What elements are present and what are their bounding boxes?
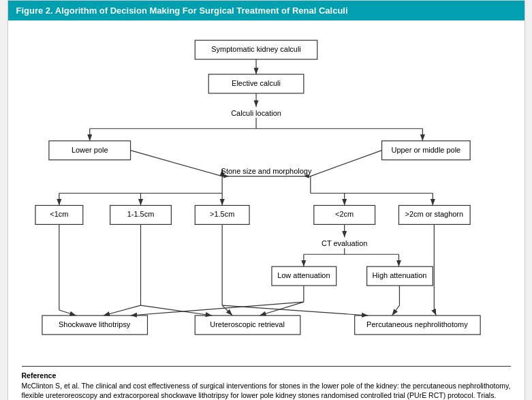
- label-calculi-loc: Calculi location: [231, 109, 281, 117]
- label-uretero: Ureteroscopic retrieval: [210, 320, 285, 328]
- label-lower-pole: Lower pole: [71, 146, 108, 154]
- label-shockwave: Shockwave lithotripsy: [59, 320, 131, 328]
- arr-high-percutaneous: [392, 305, 399, 316]
- label-upper-middle: Upper or middle pole: [391, 146, 460, 154]
- arr-gt15cm-percutaneous: [222, 305, 368, 316]
- label-low-atten: Low attenuation: [277, 271, 330, 279]
- label-gt2cm: >2cm or staghorn: [405, 210, 463, 218]
- label-gt15cm: >1.5cm: [210, 210, 234, 218]
- label-stone-size: Stone size and morphology: [221, 167, 311, 175]
- label-percutaneous: Percutaneous nephrolithotomy: [366, 320, 468, 328]
- figure-title: Figure 2. Algorithm of Decision Making F…: [8, 1, 525, 20]
- figure-container: Figure 2. Algorithm of Decision Making F…: [7, 0, 525, 400]
- arr-gt2cm-percutaneous: [434, 311, 436, 316]
- line-lower-stone: [130, 151, 222, 176]
- label-elective: Elective calculi: [232, 79, 281, 87]
- label-lt1cm: <1cm: [50, 210, 68, 218]
- label-high-atten: High attenuation: [372, 271, 426, 279]
- label-ct-eval: CT evaluation: [321, 239, 366, 247]
- figure-body: Symptomatic kidney calculi Elective calc…: [8, 20, 525, 400]
- reference-section: Reference McClinton S, et al. The clinic…: [22, 366, 511, 400]
- arr-lt1cm-shock: [59, 310, 76, 316]
- label-1-15cm: 1-1.5cm: [127, 210, 154, 218]
- flowchart-svg: Symptomatic kidney calculi Elective calc…: [22, 31, 511, 358]
- arr-115cm-shock: [103, 305, 140, 316]
- line-upper-stone: [310, 151, 381, 176]
- reference-text: McClinton S, et al. The clinical and cos…: [22, 382, 511, 400]
- arr-low-shock: [130, 302, 303, 316]
- label-symptomatic: Symptomatic kidney calculi: [211, 45, 301, 53]
- label-lt2cm: <2cm: [335, 210, 354, 218]
- reference-title: Reference: [22, 371, 57, 380]
- arr-gt15cm-uretero: [222, 305, 232, 316]
